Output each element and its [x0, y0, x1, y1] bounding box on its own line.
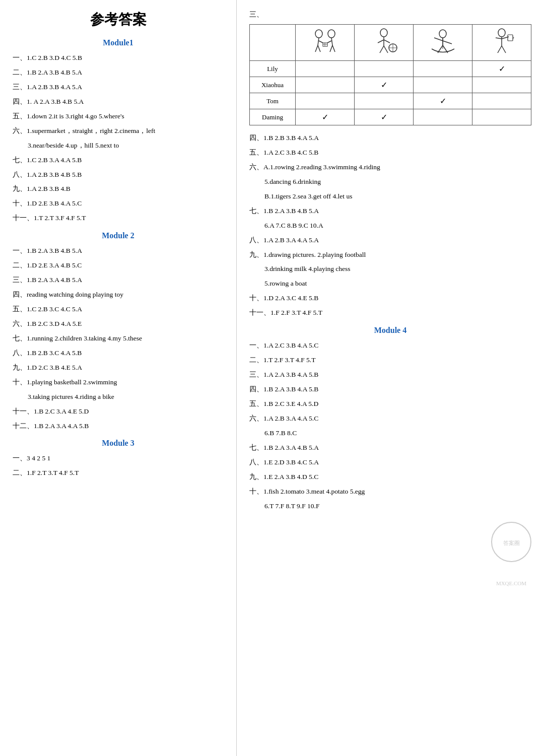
- answer-line: 二、1.F 2.T 3.T 4.F 5.T: [13, 467, 224, 479]
- answer-line: 5.dancing 6.drinking: [249, 176, 531, 188]
- left-panel: 参考答案 Module1 一、1.C 2.B 3.D 4.C 5.B 二、1.B…: [0, 0, 237, 756]
- answer-line: 九、1.A 2.B 3.B 4.B: [13, 183, 224, 195]
- answer-line: 十、1.D 2.E 3.B 4.A 5.C: [13, 198, 224, 210]
- answer-line: 九、1.drawing pictures. 2.playing football: [249, 249, 531, 261]
- answer-line: 3.near/beside 4.up，hill 5.next to: [13, 140, 224, 152]
- module1-answers: 一、1.C 2.B 3.D 4.C 5.B 二、1.B 2.A 3.B 4.B …: [13, 52, 224, 224]
- section3-label: 三、: [249, 10, 531, 19]
- svg-line-18: [384, 40, 390, 43]
- table-cell: [355, 61, 414, 77]
- svg-line-6: [331, 38, 332, 45]
- answer-line: 十、1.fish 2.tomato 3.meat 4.potato 5.egg: [249, 486, 531, 498]
- table-cell: [472, 109, 531, 125]
- table-cell: [472, 77, 531, 93]
- svg-line-31: [498, 46, 502, 53]
- svg-line-1: [318, 38, 319, 45]
- table-cell: [355, 93, 414, 109]
- svg-rect-10: [323, 43, 327, 46]
- table-row-lily: Lily ✓: [250, 61, 531, 77]
- table-header-img3: [414, 25, 472, 61]
- answer-line: 一、1.C 2.B 3.D 4.C 5.B: [13, 52, 224, 64]
- answer-line: 七、1.running 2.children 3.taking 4.my 5.t…: [13, 333, 224, 345]
- table-row-xiaohua: Xiaohua ✓: [250, 77, 531, 93]
- table-cell: [296, 61, 355, 77]
- svg-line-9: [327, 41, 331, 43]
- svg-line-26: [434, 38, 443, 41]
- answer-line: 七、1.B 2.A 3.A 4.B 5.A: [249, 442, 531, 454]
- answer-line: 六、1.B 2.C 3.D 4.A 5.E: [13, 318, 224, 330]
- answer-line: 八、1.A 2.B 3.B 4.B 5.B: [13, 169, 224, 181]
- module3-right-answers: 四、1.B 2.B 3.B 4.A 5.A 五、1.A 2.C 3.B 4.C …: [249, 132, 531, 319]
- table-cell: [296, 93, 355, 109]
- answer-line: 一、1.B 2.A 3.B 4.B 5.A: [13, 245, 224, 257]
- answer-line: 八、1.A 2.B 3.A 4.A 5.A: [249, 235, 531, 246]
- answer-line: 六、1.supermarket，straight，right 2.cinema，…: [13, 125, 224, 137]
- answer-line: 七、1.B 2.A 3.B 4.B 5.A: [249, 205, 531, 217]
- answer-line: 五、1.down 2.it is 3.right 4.go 5.where's: [13, 111, 224, 122]
- table-cell-name: Daming: [250, 109, 296, 125]
- svg-line-8: [332, 45, 335, 52]
- table-cell-check: ✓: [414, 93, 472, 109]
- svg-line-17: [378, 40, 384, 43]
- answer-line: 九、1.D 2.C 3.B 4.E 5.A: [13, 362, 224, 374]
- svg-point-13: [380, 29, 387, 37]
- module4-answers: 一、1.A 2.C 3.B 4.A 5.C 二、1.T 2.F 3.T 4.F …: [249, 340, 531, 512]
- answer-line: 6.B 7.B 8.C: [249, 428, 531, 439]
- svg-line-33: [496, 38, 502, 39]
- table-cell-check: ✓: [355, 109, 414, 125]
- right-panel: 三、: [237, 0, 544, 756]
- answer-line: 三、1.B 2.A 3.A 4.B 5.A: [13, 274, 224, 286]
- svg-line-7: [330, 45, 332, 52]
- watermark: 答案圈 MXQE.COM: [491, 522, 531, 562]
- table-cell: [472, 93, 531, 109]
- main-title: 参考答案: [13, 10, 224, 29]
- table-row-tom: Tom ✓: [250, 93, 531, 109]
- answer-line: 二、1.D 2.E 3.A 4.B 5.C: [13, 260, 224, 271]
- svg-line-3: [318, 45, 320, 52]
- answer-line: 四、1. A 2.A 3.B 4.B 5.A: [13, 96, 224, 108]
- table-cell: [296, 77, 355, 93]
- table-cell-name: Xiaohua: [250, 77, 296, 93]
- svg-point-5: [328, 30, 335, 38]
- answer-line: 三、1.A 2.A 3.B 4.A 5.B: [249, 369, 531, 381]
- answer-line: 四、1.B 2.B 3.B 4.A 5.A: [249, 132, 531, 144]
- watermark-area: 答案圈 MXQE.COM: [249, 522, 531, 587]
- svg-rect-35: [508, 35, 513, 41]
- answer-line: 七、1.C 2.B 3.A 4.A 5.B: [13, 155, 224, 166]
- module3-answers-left: 一、3 4 2 5 1 二、1.F 2.T 3.T 4.F 5.T: [13, 453, 224, 479]
- answer-line: 九、1.E 2.A 3.B 4.D 5.C: [249, 471, 531, 483]
- answer-line: 四、reading watching doing playing toy: [13, 289, 224, 301]
- module4-title: Module 4: [249, 326, 531, 335]
- answer-line: B.1.tigers 2.sea 3.get off 4.let us: [249, 191, 531, 202]
- table-cell-check: ✓: [355, 77, 414, 93]
- module2-answers: 一、1.B 2.A 3.B 4.B 5.A 二、1.D 2.E 3.A 4.B …: [13, 245, 224, 432]
- answer-line: 3.taking pictures 4.riding a bike: [13, 391, 224, 403]
- answer-line: 十一、1.F 2.F 3.T 4.F 5.T: [249, 307, 531, 319]
- table-cell-name: Lily: [250, 61, 296, 77]
- table-cell-check: ✓: [296, 109, 355, 125]
- table-cell: [414, 77, 472, 93]
- answer-line: 5.rowing a boat: [249, 278, 531, 290]
- table-header-img2: [355, 25, 414, 61]
- answer-line: 六、1.A 2.B 3.A 4.A 5.C: [249, 413, 531, 425]
- module3-title: Module 3: [13, 439, 224, 448]
- table-cell: [414, 109, 472, 125]
- answer-line: 3.drinking milk 4.playing chess: [249, 263, 531, 275]
- svg-point-22: [439, 30, 446, 38]
- answer-line: 一、1.A 2.C 3.B 4.A 5.C: [249, 340, 531, 352]
- table-cell-name: Tom: [250, 93, 296, 109]
- svg-line-4: [319, 41, 323, 43]
- answer-line: 6.A 7.C 8.B 9.C 10.A: [249, 220, 531, 232]
- table-cell: [414, 61, 472, 77]
- answer-line: 十、1.D 2.A 3.C 4.E 5.B: [249, 293, 531, 304]
- module1-title: Module1: [13, 38, 224, 47]
- answer-line: 八、1.E 2.D 3.B 4.C 5.A: [249, 457, 531, 468]
- answer-line: 三、1.A 2.B 3.B 4.A 5.A: [13, 82, 224, 93]
- answer-line: 一、3 4 2 5 1: [13, 453, 224, 464]
- svg-line-16: [384, 46, 388, 53]
- answer-line: 二、1.B 2.A 3.B 4.B 5.A: [13, 67, 224, 79]
- module2-title: Module 2: [13, 231, 224, 240]
- svg-line-15: [380, 46, 384, 53]
- svg-line-32: [502, 46, 506, 53]
- answer-line: 十二、1.B 2.A 3.A 4.A 5.B: [13, 421, 224, 432]
